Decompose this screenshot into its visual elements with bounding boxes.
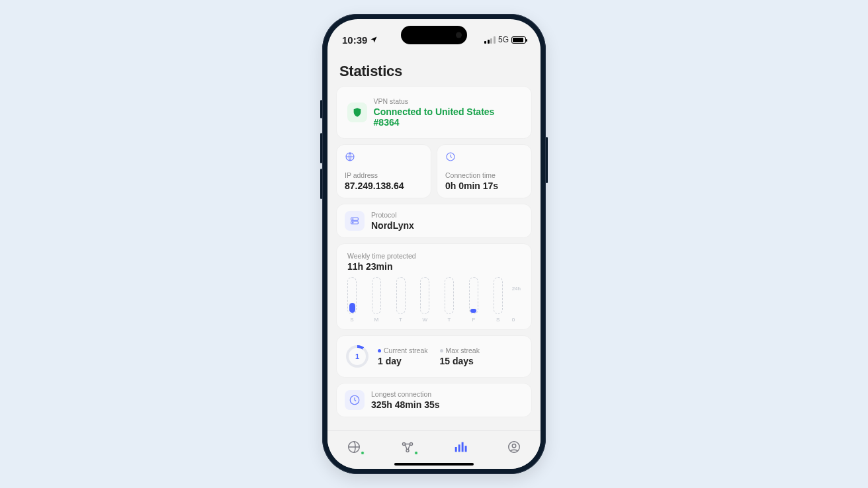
conn-time-label: Connection time — [445, 171, 523, 179]
chart-day-label: M — [374, 317, 378, 323]
protocol-label: Protocol — [371, 211, 414, 219]
battery-icon — [511, 36, 526, 44]
tab-statistics[interactable] — [446, 435, 475, 459]
vpn-status-label: VPN status — [374, 97, 521, 105]
chart-day-label: S — [350, 317, 353, 323]
svg-point-4 — [353, 219, 353, 220]
current-streak-label: Current streak — [378, 346, 428, 354]
vpn-status-value: Connected to United States #8364 — [374, 106, 521, 128]
weekly-value: 11h 23min — [345, 261, 523, 272]
svg-point-5 — [353, 222, 353, 223]
tab-mesh[interactable] — [393, 435, 422, 459]
globe-icon — [345, 151, 423, 165]
chart-day-label: W — [423, 317, 428, 323]
chart-bar: T — [396, 277, 406, 323]
ip-label: IP address — [345, 171, 423, 179]
svg-point-16 — [512, 444, 516, 448]
protocol-card[interactable]: Protocol NordLynx — [337, 204, 531, 237]
chart-day-label: F — [472, 317, 475, 323]
network-type: 5G — [498, 35, 509, 44]
max-streak-value: 15 days — [440, 356, 480, 366]
ip-value: 87.249.138.64 — [345, 181, 423, 191]
page-title: Statistics — [339, 63, 529, 80]
longest-label: Longest connection — [371, 390, 440, 398]
longest-value: 325h 48min 35s — [371, 399, 440, 410]
chart-bar: F — [469, 277, 478, 323]
chart-bar: S — [494, 277, 503, 323]
location-icon — [370, 34, 378, 46]
y-top: 24h — [512, 286, 521, 292]
chart-bar: T — [445, 277, 454, 323]
max-streak-label: Max streak — [440, 346, 480, 354]
y-bot: 0 — [512, 317, 515, 323]
conn-time-value: 0h 0min 17s — [445, 181, 523, 191]
signal-icon — [484, 36, 496, 44]
status-time: 10:39 — [342, 34, 367, 46]
clock-icon — [445, 151, 523, 165]
longest-card[interactable]: Longest connection 325h 48min 35s — [337, 384, 531, 417]
chart-day-label: T — [448, 317, 451, 323]
protocol-value: NordLynx — [371, 220, 414, 231]
tab-home[interactable] — [339, 435, 369, 459]
connection-time-card[interactable]: Connection time 0h 0min 17s — [437, 145, 531, 198]
tab-profile[interactable] — [499, 435, 529, 459]
chart-bar: M — [372, 277, 381, 323]
clock-icon — [345, 390, 365, 410]
dynamic-island — [401, 26, 467, 44]
ip-address-card[interactable]: IP address 87.249.138.64 — [337, 145, 431, 198]
svg-rect-11 — [455, 447, 457, 452]
streak-ring: 1 — [346, 345, 369, 368]
chart-day-label: T — [399, 317, 402, 323]
server-icon — [345, 211, 365, 231]
svg-rect-3 — [351, 222, 359, 224]
weekly-card[interactable]: Weekly time protected 11h 23min SMTWTFS … — [337, 244, 531, 329]
svg-rect-13 — [462, 442, 464, 452]
svg-rect-2 — [351, 218, 359, 220]
chart-day-label: S — [496, 317, 499, 323]
weekly-label: Weekly time protected — [345, 251, 523, 260]
home-indicator[interactable] — [394, 463, 474, 466]
chart-bar: W — [420, 277, 429, 323]
streak-ring-value: 1 — [355, 352, 359, 360]
shield-icon — [347, 102, 367, 122]
current-streak-value: 1 day — [378, 356, 428, 366]
svg-rect-14 — [465, 446, 467, 452]
svg-point-10 — [406, 449, 409, 452]
svg-rect-12 — [458, 444, 460, 452]
weekly-chart: SMTWTFS 24h 0 — [345, 277, 523, 323]
vpn-status-card[interactable]: VPN status Connected to United States #8… — [337, 87, 531, 138]
chart-bar: S — [347, 277, 357, 323]
streak-card[interactable]: 1 Current streak 1 day Max streak 15 day… — [337, 336, 531, 377]
